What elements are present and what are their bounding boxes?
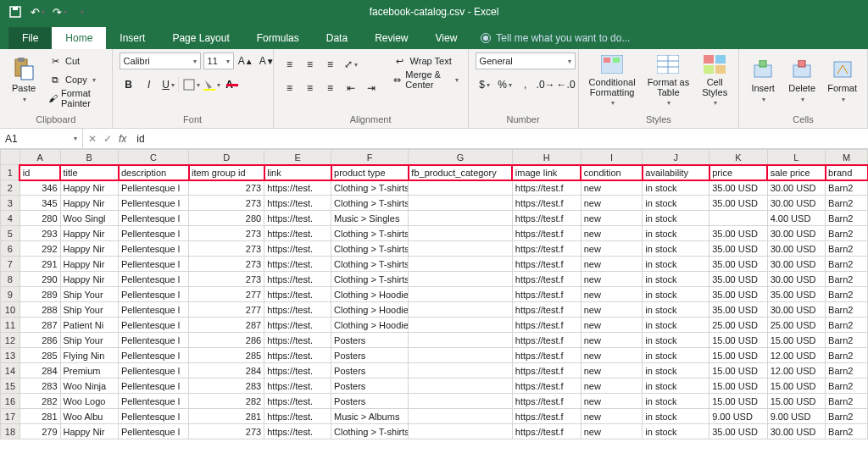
cell[interactable]: 30.00 USD [767, 180, 825, 196]
cell[interactable]: Pellentesque l [119, 394, 189, 409]
cell[interactable]: Barn2 [826, 378, 868, 394]
cell[interactable] [409, 302, 512, 318]
cell[interactable]: in stock [643, 196, 709, 211]
cell[interactable]: https://test. [264, 378, 331, 394]
tell-me-search[interactable]: Tell me what you want to do... [470, 27, 640, 49]
cell[interactable]: sale price [767, 165, 825, 180]
cut-button[interactable]: ✂Cut [46, 52, 105, 69]
cell[interactable]: Woo Logo [60, 394, 118, 409]
cell[interactable]: 273 [189, 226, 264, 241]
cell[interactable]: 15.00 USD [709, 378, 767, 394]
cell[interactable]: 9.00 USD [767, 409, 825, 424]
cell[interactable] [409, 257, 512, 272]
table-row[interactable]: 6292Happy NirPellentesque l273https://te… [1, 241, 868, 257]
tab-insert[interactable]: Insert [106, 27, 159, 49]
percent-icon[interactable]: %▾ [496, 76, 515, 93]
table-row[interactable]: 11287Patient NiPellentesque l287https://… [1, 318, 868, 333]
cell[interactable]: new [581, 226, 643, 241]
cell[interactable]: 285 [19, 348, 60, 363]
cell[interactable]: new [581, 378, 643, 394]
cell[interactable]: Posters [331, 394, 409, 409]
cell[interactable]: brand [826, 165, 868, 180]
cell[interactable] [409, 333, 512, 348]
cell[interactable]: in stock [643, 272, 709, 287]
cell[interactable]: 35.00 USD [709, 196, 767, 211]
cell[interactable]: Woo Singl [60, 211, 118, 226]
cell[interactable]: https://test.f [512, 318, 581, 333]
row-header[interactable]: 8 [1, 272, 20, 287]
cell[interactable]: Barn2 [826, 180, 868, 196]
cell[interactable]: 25.00 USD [767, 318, 825, 333]
cell[interactable]: Pellentesque l [119, 409, 189, 424]
table-row[interactable]: 17281Woo AlbuPellentesque l281https://te… [1, 409, 868, 424]
cell[interactable]: https://test. [264, 394, 331, 409]
redo-icon[interactable]: ↷▾ [51, 3, 68, 20]
cell[interactable]: 35.00 USD [709, 287, 767, 302]
cell[interactable]: price [709, 165, 767, 180]
col-header[interactable]: H [512, 150, 581, 165]
cell[interactable]: link [264, 165, 331, 180]
increase-font-icon[interactable]: A▲ [236, 52, 255, 69]
cell[interactable]: Ship Your [60, 302, 118, 318]
cell[interactable]: https://test. [264, 302, 331, 318]
cell[interactable]: 35.00 USD [709, 424, 767, 439]
cell[interactable]: Pellentesque l [119, 348, 189, 363]
cell[interactable]: https://test.f [512, 272, 581, 287]
cell[interactable]: 35.00 USD [709, 180, 767, 196]
cell[interactable]: Barn2 [826, 287, 868, 302]
cell[interactable]: 291 [19, 257, 60, 272]
cell[interactable]: 15.00 USD [709, 363, 767, 378]
cell[interactable]: 273 [189, 180, 264, 196]
cell[interactable]: https://test.f [512, 241, 581, 257]
cell[interactable]: https://test. [264, 363, 331, 378]
cell[interactable]: Music > Singles [331, 211, 409, 226]
cell[interactable]: Barn2 [826, 257, 868, 272]
cell[interactable]: image link [512, 165, 581, 180]
cell[interactable]: item group id [189, 165, 264, 180]
cell[interactable] [709, 211, 767, 226]
cell[interactable]: new [581, 211, 643, 226]
table-row[interactable]: 12286Ship YourPellentesque l286https://t… [1, 333, 868, 348]
cell[interactable]: Happy Nir [60, 241, 118, 257]
row-header[interactable]: 12 [1, 333, 20, 348]
cell[interactable]: new [581, 180, 643, 196]
cell[interactable]: Happy Nir [60, 180, 118, 196]
align-middle-icon[interactable]: ≡ [301, 56, 320, 73]
cell[interactable]: Barn2 [826, 363, 868, 378]
table-row[interactable]: 3345Happy NirPellentesque l273https://te… [1, 196, 868, 211]
cell[interactable]: new [581, 196, 643, 211]
cell[interactable]: 293 [19, 226, 60, 241]
cell[interactable]: product type [331, 165, 409, 180]
cell[interactable]: availability [643, 165, 709, 180]
table-row[interactable]: 2346Happy NirPellentesque l273https://te… [1, 180, 868, 196]
cell[interactable]: 30.00 USD [767, 424, 825, 439]
decrease-decimal-icon[interactable]: ←.0 [557, 76, 576, 93]
cell[interactable]: Barn2 [826, 348, 868, 363]
align-right-icon[interactable]: ≡ [321, 80, 340, 97]
font-color-button[interactable]: A▾ [223, 76, 242, 93]
row-header[interactable]: 5 [1, 226, 20, 241]
cell[interactable]: in stock [643, 180, 709, 196]
cell[interactable]: https://test.f [512, 302, 581, 318]
column-headers[interactable]: A B C D E F G H I J K L M [1, 150, 868, 165]
col-header[interactable]: A [19, 150, 60, 165]
cell[interactable]: new [581, 287, 643, 302]
underline-button[interactable]: U▾ [160, 76, 179, 93]
cell[interactable] [409, 394, 512, 409]
insert-cells-button[interactable]: Insert▾ [746, 52, 780, 108]
cell[interactable]: Clothing > T-shirts [331, 180, 409, 196]
cell[interactable]: 15.00 USD [767, 378, 825, 394]
cell[interactable]: 277 [189, 302, 264, 318]
cell[interactable]: Pellentesque l [119, 272, 189, 287]
row-header[interactable]: 4 [1, 211, 20, 226]
cell[interactable]: Patient Ni [60, 318, 118, 333]
cell[interactable]: Happy Nir [60, 424, 118, 439]
cell[interactable]: Happy Nir [60, 257, 118, 272]
cell[interactable]: new [581, 348, 643, 363]
cell[interactable]: 30.00 USD [767, 257, 825, 272]
cell[interactable]: 280 [19, 211, 60, 226]
table-row[interactable]: 1idtitledescriptionitem group idlinkprod… [1, 165, 868, 180]
tab-file[interactable]: File [8, 27, 52, 49]
qat-more-icon[interactable]: ▾ [73, 3, 90, 20]
cell[interactable]: new [581, 302, 643, 318]
